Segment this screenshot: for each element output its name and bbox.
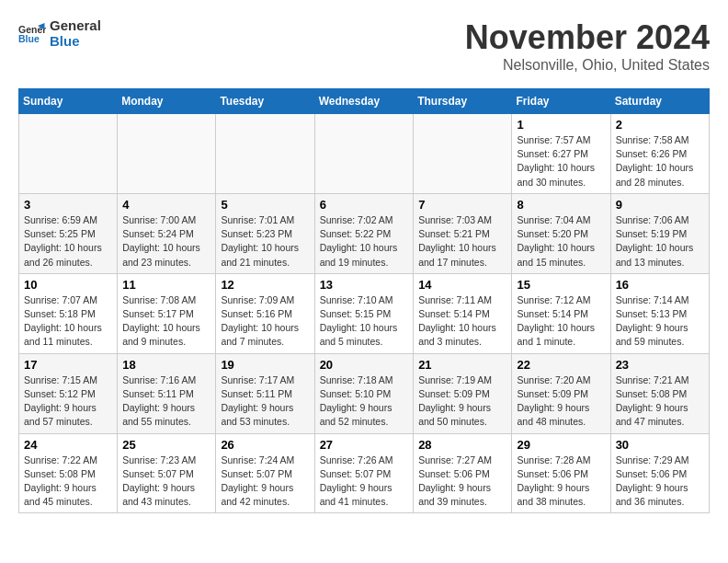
day-number: 17 [24,358,112,372]
calendar-cell: 21Sunrise: 7:19 AM Sunset: 5:09 PM Dayli… [414,353,512,433]
calendar-cell: 4Sunrise: 7:00 AM Sunset: 5:24 PM Daylig… [118,193,216,273]
day-number: 4 [122,198,210,212]
day-number: 19 [221,358,309,372]
day-info: Sunrise: 7:11 AM Sunset: 5:14 PM Dayligh… [418,293,506,350]
day-info: Sunrise: 7:58 AM Sunset: 6:26 PM Dayligh… [616,133,704,190]
calendar-cell: 19Sunrise: 7:17 AM Sunset: 5:11 PM Dayli… [216,353,314,433]
day-info: Sunrise: 7:26 AM Sunset: 5:07 PM Dayligh… [320,454,409,510]
weekday-header-tuesday: Tuesday [216,89,314,114]
day-number: 18 [122,358,210,372]
calendar-week-1: 1Sunrise: 7:57 AM Sunset: 6:27 PM Daylig… [19,114,710,194]
calendar-cell: 25Sunrise: 7:23 AM Sunset: 5:07 PM Dayli… [118,433,216,513]
day-number: 12 [221,278,309,292]
day-number: 16 [616,278,704,292]
calendar-cell: 14Sunrise: 7:11 AM Sunset: 5:14 PM Dayli… [414,273,512,353]
day-number: 10 [24,278,112,292]
day-info: Sunrise: 7:00 AM Sunset: 5:24 PM Dayligh… [122,213,210,270]
day-info: Sunrise: 7:21 AM Sunset: 5:08 PM Dayligh… [616,373,704,430]
calendar-cell: 2Sunrise: 7:58 AM Sunset: 6:26 PM Daylig… [610,114,709,194]
day-info: Sunrise: 7:02 AM Sunset: 5:22 PM Dayligh… [320,213,409,270]
calendar-cell [19,114,118,194]
calendar-week-4: 17Sunrise: 7:15 AM Sunset: 5:12 PM Dayli… [19,353,710,433]
day-info: Sunrise: 7:29 AM Sunset: 5:06 PM Dayligh… [616,454,704,510]
day-info: Sunrise: 7:06 AM Sunset: 5:19 PM Dayligh… [616,213,704,270]
calendar-cell: 3Sunrise: 6:59 AM Sunset: 5:25 PM Daylig… [19,193,118,273]
day-info: Sunrise: 7:20 AM Sunset: 5:09 PM Dayligh… [517,373,605,430]
day-number: 23 [616,358,704,372]
logo-line1: General [50,18,101,34]
day-info: Sunrise: 7:09 AM Sunset: 5:16 PM Dayligh… [221,293,309,350]
calendar-week-2: 3Sunrise: 6:59 AM Sunset: 5:25 PM Daylig… [19,193,710,273]
day-number: 3 [24,198,112,212]
logo-icon: General Blue [18,20,46,48]
day-number: 21 [418,358,506,372]
calendar-cell: 12Sunrise: 7:09 AM Sunset: 5:16 PM Dayli… [216,273,314,353]
weekday-header-saturday: Saturday [610,89,709,114]
calendar-cell [118,114,216,194]
day-info: Sunrise: 7:04 AM Sunset: 5:20 PM Dayligh… [517,213,605,270]
calendar-cell: 7Sunrise: 7:03 AM Sunset: 5:21 PM Daylig… [414,193,512,273]
calendar-cell [414,114,512,194]
day-number: 30 [616,438,704,452]
calendar-table: SundayMondayTuesdayWednesdayThursdayFrid… [18,88,710,513]
calendar-cell [216,114,314,194]
logo: General Blue General Blue [18,18,101,49]
weekday-header-wednesday: Wednesday [314,89,414,114]
day-info: Sunrise: 7:07 AM Sunset: 5:18 PM Dayligh… [24,293,112,350]
calendar-cell: 20Sunrise: 7:18 AM Sunset: 5:10 PM Dayli… [314,353,414,433]
day-number: 25 [122,438,210,452]
day-info: Sunrise: 7:16 AM Sunset: 5:11 PM Dayligh… [122,373,210,430]
day-number: 26 [221,438,309,452]
logo-line2: Blue [50,34,101,50]
day-number: 29 [517,438,605,452]
calendar-cell: 17Sunrise: 7:15 AM Sunset: 5:12 PM Dayli… [19,353,118,433]
day-info: Sunrise: 7:01 AM Sunset: 5:23 PM Dayligh… [221,213,309,270]
month-title: November 2024 [465,18,710,57]
calendar-cell: 18Sunrise: 7:16 AM Sunset: 5:11 PM Dayli… [118,353,216,433]
day-number: 24 [24,438,112,452]
page: General Blue General Blue November 2024 … [0,0,728,523]
calendar-cell: 8Sunrise: 7:04 AM Sunset: 5:20 PM Daylig… [512,193,610,273]
day-info: Sunrise: 7:23 AM Sunset: 5:07 PM Dayligh… [122,454,210,510]
day-number: 6 [320,198,409,212]
calendar-cell: 15Sunrise: 7:12 AM Sunset: 5:14 PM Dayli… [512,273,610,353]
day-number: 27 [320,438,409,452]
day-number: 5 [221,198,309,212]
calendar-cell: 28Sunrise: 7:27 AM Sunset: 5:06 PM Dayli… [414,433,512,513]
day-info: Sunrise: 7:14 AM Sunset: 5:13 PM Dayligh… [616,293,704,350]
day-number: 28 [418,438,506,452]
day-number: 13 [320,278,409,292]
calendar-cell: 6Sunrise: 7:02 AM Sunset: 5:22 PM Daylig… [314,193,414,273]
svg-text:Blue: Blue [18,33,40,44]
day-info: Sunrise: 7:15 AM Sunset: 5:12 PM Dayligh… [24,373,112,430]
calendar-cell: 29Sunrise: 7:28 AM Sunset: 5:06 PM Dayli… [512,433,610,513]
calendar-week-5: 24Sunrise: 7:22 AM Sunset: 5:08 PM Dayli… [19,433,710,513]
day-info: Sunrise: 7:19 AM Sunset: 5:09 PM Dayligh… [418,373,506,430]
day-number: 15 [517,278,605,292]
calendar-cell: 24Sunrise: 7:22 AM Sunset: 5:08 PM Dayli… [19,433,118,513]
weekday-header-thursday: Thursday [414,89,512,114]
calendar-cell: 11Sunrise: 7:08 AM Sunset: 5:17 PM Dayli… [118,273,216,353]
day-number: 1 [517,118,605,132]
title-block: November 2024 Nelsonville, Ohio, United … [465,18,710,74]
day-info: Sunrise: 7:17 AM Sunset: 5:11 PM Dayligh… [221,373,309,430]
day-info: Sunrise: 7:10 AM Sunset: 5:15 PM Dayligh… [320,293,409,350]
calendar-cell: 26Sunrise: 7:24 AM Sunset: 5:07 PM Dayli… [216,433,314,513]
day-info: Sunrise: 7:22 AM Sunset: 5:08 PM Dayligh… [24,454,112,510]
day-number: 20 [320,358,409,372]
calendar-cell: 9Sunrise: 7:06 AM Sunset: 5:19 PM Daylig… [610,193,709,273]
day-info: Sunrise: 7:24 AM Sunset: 5:07 PM Dayligh… [221,454,309,510]
weekday-header-monday: Monday [118,89,216,114]
calendar-cell: 5Sunrise: 7:01 AM Sunset: 5:23 PM Daylig… [216,193,314,273]
weekday-header-row: SundayMondayTuesdayWednesdayThursdayFrid… [19,89,710,114]
day-number: 8 [517,198,605,212]
day-info: Sunrise: 7:57 AM Sunset: 6:27 PM Dayligh… [517,133,605,190]
calendar-cell [314,114,414,194]
weekday-header-sunday: Sunday [19,89,118,114]
calendar-cell: 16Sunrise: 7:14 AM Sunset: 5:13 PM Dayli… [610,273,709,353]
day-number: 11 [122,278,210,292]
day-number: 22 [517,358,605,372]
day-info: Sunrise: 7:03 AM Sunset: 5:21 PM Dayligh… [418,213,506,270]
location: Nelsonville, Ohio, United States [465,57,710,74]
header: General Blue General Blue November 2024 … [18,18,710,74]
